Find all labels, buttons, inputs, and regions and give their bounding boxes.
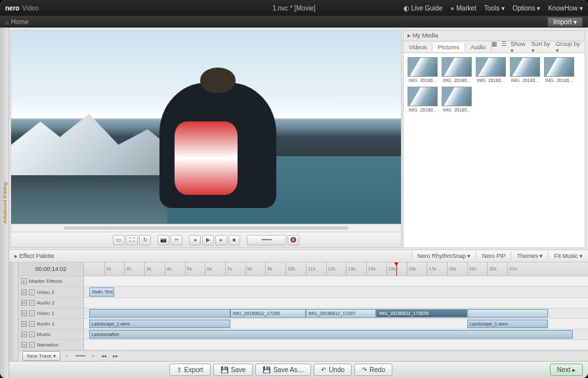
- media-thumb[interactable]: IMG_20180...: [544, 57, 574, 83]
- fullscreen-button[interactable]: ⛶: [126, 235, 138, 245]
- media-grid: IMG_20180... IMG_20180... IMG_20180... I…: [404, 53, 585, 247]
- save-as-button[interactable]: 💾Save As…: [255, 364, 311, 376]
- redo-icon: ↷: [362, 366, 367, 373]
- mute-icon[interactable]: m: [21, 331, 27, 337]
- save-as-icon: 💾: [262, 366, 270, 373]
- title-bar: neroVideo 1.nvc * [Movie] ◐ Live Guide M…: [0, 0, 588, 16]
- tab-videos[interactable]: Videos: [404, 43, 432, 52]
- playhead[interactable]: [396, 262, 397, 276]
- save-icon: 💾: [220, 366, 228, 373]
- lock-icon[interactable]: ▪: [29, 321, 35, 327]
- next-button[interactable]: Next ▸: [550, 364, 583, 376]
- undo-icon: ↶: [321, 366, 326, 373]
- options-menu[interactable]: Options ▾: [513, 5, 540, 12]
- save-button[interactable]: 💾Save: [213, 364, 253, 376]
- home-bar: ⌂ Home Import ▾: [0, 16, 588, 28]
- brand: neroVideo: [5, 5, 39, 12]
- zoom-out-icon[interactable]: −: [64, 353, 70, 359]
- clip-selected[interactable]: IMG_20180812_173078: [376, 309, 467, 318]
- clip[interactable]: IMG_20180812_17208: [230, 309, 306, 318]
- snapshot-button[interactable]: 📷: [158, 235, 169, 245]
- lock-icon[interactable]: ▪: [29, 331, 35, 337]
- volume-slider[interactable]: ━━━: [247, 235, 286, 245]
- tab-pictures[interactable]: Pictures: [432, 43, 465, 52]
- tools-menu[interactable]: Tools ▾: [484, 5, 505, 12]
- timeline: 00:00:14:02 1s 2s 3s 4s 5s 6s 7s 8s 9s: [9, 262, 588, 361]
- tab-rhythmsnap[interactable]: Nero RhythmSnap ▾: [411, 251, 476, 261]
- lock-icon[interactable]: ▪: [29, 289, 35, 295]
- loop-button[interactable]: ↻: [139, 235, 151, 245]
- next-frame-button[interactable]: ▸: [215, 235, 227, 245]
- scroll-left-icon[interactable]: ◂◂: [100, 353, 108, 359]
- mute-icon[interactable]: m: [21, 342, 27, 348]
- clip[interactable]: Landscape_1.wmv: [89, 320, 230, 328]
- live-guide-toggle[interactable]: ◐ Live Guide: [404, 5, 443, 12]
- preview-canvas[interactable]: [11, 31, 401, 224]
- clip[interactable]: Landscape_1.wmv: [467, 320, 548, 328]
- transport-bar: ▭ ⛶ ↻ 📷 ✂ ◂ ▶ ▸ ■ ━━━ 🔇: [11, 232, 401, 247]
- preview-scrubber[interactable]: [11, 224, 401, 232]
- palette-row: ▸ Effect Palette Nero RhythmSnap ▾ Nero …: [9, 249, 588, 262]
- group-menu[interactable]: Group by ▾: [556, 41, 581, 54]
- mute-icon[interactable]: m: [21, 289, 27, 295]
- effect-palette-toggle[interactable]: ▸ Effect Palette: [9, 253, 60, 259]
- lock-icon[interactable]: ▪: [29, 342, 35, 348]
- export-button[interactable]: ⇪Export: [169, 364, 211, 376]
- tab-themes[interactable]: Themes ▾: [511, 251, 548, 261]
- clip[interactable]: Static Text: [89, 287, 114, 296]
- show-menu[interactable]: Show ▾: [511, 41, 528, 54]
- media-thumb[interactable]: IMG_20180...: [408, 87, 438, 112]
- fit-button[interactable]: ▭: [113, 235, 125, 245]
- zoom-slider[interactable]: ━━━: [74, 353, 87, 359]
- media-thumb[interactable]: IMG_20180...: [510, 57, 540, 83]
- knowhow-menu[interactable]: KnowHow ▾: [548, 5, 583, 12]
- media-thumb[interactable]: IMG_20180...: [408, 57, 438, 83]
- preview-panel: ▭ ⛶ ↻ 📷 ✂ ◂ ▶ ▸ ■ ━━━ 🔇: [10, 30, 402, 248]
- zoom-in-icon[interactable]: +: [91, 353, 96, 359]
- mute-icon[interactable]: m: [21, 310, 27, 316]
- bottom-bar: ⇪Export 💾Save 💾Save As… ↶Undo ↷Redo Next…: [9, 361, 588, 378]
- mode-strip[interactable]: Advanced Editing: [0, 28, 9, 378]
- redo-button[interactable]: ↷Redo: [354, 364, 392, 376]
- view-grid-icon[interactable]: ▦: [492, 41, 497, 54]
- clip[interactable]: [467, 309, 548, 318]
- media-panel: ▸ My Media Videos Pictures Audio ▦ ☰ Sho…: [403, 30, 585, 248]
- scroll-right-icon[interactable]: ▸▸: [112, 353, 119, 359]
- cut-button[interactable]: ✂: [171, 235, 182, 245]
- media-thumb[interactable]: IMG_20180...: [442, 57, 472, 83]
- tab-audio[interactable]: Audio: [465, 43, 492, 52]
- express-strip[interactable]: [9, 262, 18, 361]
- home-button[interactable]: ⌂ Home: [5, 18, 29, 26]
- market-link[interactable]: Market: [450, 5, 476, 12]
- sort-menu[interactable]: Sort by ▾: [532, 41, 552, 54]
- import-button[interactable]: Import ▾: [547, 17, 583, 27]
- clip[interactable]: [89, 309, 230, 318]
- undo-button[interactable]: ↶Undo: [314, 364, 352, 376]
- media-thumb[interactable]: IMG_20180...: [442, 87, 472, 112]
- clip[interactable]: Landschaften: [89, 330, 573, 339]
- export-icon: ⇪: [177, 366, 182, 373]
- mute-icon[interactable]: m: [21, 321, 27, 327]
- prev-frame-button[interactable]: ◂: [189, 235, 201, 245]
- view-list-icon[interactable]: ☰: [501, 41, 507, 54]
- time-ruler[interactable]: 1s 2s 3s 4s 5s 6s 7s 8s 9s 10s 11s 12s: [84, 262, 588, 276]
- tab-pip[interactable]: Nero PiP: [476, 251, 511, 261]
- mute-icon[interactable]: m: [21, 300, 27, 306]
- project-title: 1.nvc * [Movie]: [272, 5, 316, 12]
- play-button[interactable]: ▶: [202, 235, 214, 245]
- lock-icon[interactable]: ▪: [29, 300, 35, 306]
- new-track-button[interactable]: New Track ▾: [22, 351, 60, 361]
- media-thumb[interactable]: IMG_20180...: [476, 57, 506, 83]
- track-toggle-icon[interactable]: ▸: [21, 278, 27, 284]
- mute-button[interactable]: 🔇: [287, 235, 299, 245]
- stop-button[interactable]: ■: [228, 235, 240, 245]
- lock-icon[interactable]: ▪: [29, 310, 35, 316]
- tab-fitmusic[interactable]: Fit Music ▾: [548, 251, 588, 261]
- clip[interactable]: IMG_20180812_17207: [306, 309, 377, 318]
- timecode[interactable]: 00:00:14:02: [18, 262, 84, 276]
